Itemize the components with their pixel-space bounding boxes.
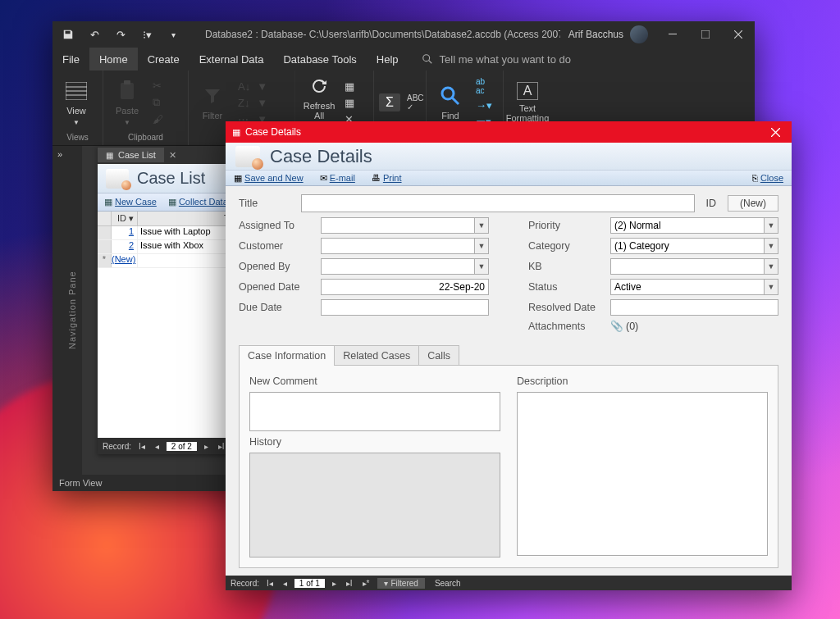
ribbon-view-button[interactable]: View▼ <box>57 80 95 126</box>
nav-next-button[interactable]: ▸ <box>330 579 339 588</box>
chevron-down-icon[interactable]: ▼ <box>474 239 488 253</box>
details-close-button[interactable] <box>759 121 792 143</box>
details-record-navigator: Record: I◂ ◂ 1 of 1 ▸ ▸I ▸* ▾Filtered Se… <box>226 576 792 590</box>
svg-rect-0 <box>669 34 677 34</box>
svg-rect-8 <box>121 83 134 99</box>
case-list-title: Case List <box>137 169 205 188</box>
kb-combo[interactable]: ▼ <box>610 258 778 275</box>
chevron-down-icon[interactable]: ▼ <box>764 280 778 294</box>
status-combo[interactable]: ▼ <box>610 279 778 295</box>
format-painter-icon: 🖌 <box>153 113 163 125</box>
find-icon <box>439 84 462 107</box>
shutter-bar[interactable]: » <box>52 146 67 475</box>
redo-icon[interactable]: ↷ <box>113 27 128 42</box>
tab-close-button[interactable]: ✕ <box>164 150 181 161</box>
ribbon-find-button[interactable]: Find <box>431 84 469 121</box>
print-link[interactable]: Print <box>383 173 402 183</box>
chevron-down-icon[interactable]: ▼ <box>474 259 488 274</box>
goto-icon[interactable]: →▾ <box>476 99 492 112</box>
menu-database-tools[interactable]: Database Tools <box>273 48 366 71</box>
new-record-icon[interactable]: ▦ <box>345 80 354 93</box>
replace-icon[interactable]: abac <box>476 77 492 95</box>
new-comment-field[interactable] <box>249 392 500 431</box>
label-attachments: Attachments <box>528 321 610 332</box>
svg-point-10 <box>442 88 454 99</box>
svg-rect-1 <box>701 30 710 39</box>
ribbon-group-clipboard: Clipboard <box>108 131 183 143</box>
description-field[interactable] <box>517 392 768 556</box>
email-link[interactable]: E-mail <box>330 173 355 183</box>
tab-calls[interactable]: Calls <box>418 345 459 366</box>
new-case-link[interactable]: New Case <box>115 197 157 207</box>
svg-line-11 <box>452 98 459 104</box>
chevron-down-icon[interactable]: ▼ <box>764 259 778 274</box>
opened-by-combo[interactable]: ▼ <box>321 258 489 275</box>
menu-file[interactable]: File <box>52 48 89 71</box>
person-clipboard-icon <box>106 169 129 189</box>
svg-point-2 <box>422 55 429 61</box>
record-position[interactable]: 1 of 1 <box>294 579 325 588</box>
save-and-new-link[interactable]: Save and New <box>244 173 304 183</box>
customer-combo[interactable]: ▼ <box>321 238 489 254</box>
menu-home[interactable]: Home <box>89 48 138 71</box>
nav-first-button[interactable]: I◂ <box>264 579 276 588</box>
due-date-field[interactable] <box>321 299 489 316</box>
opened-date-field[interactable] <box>321 279 489 295</box>
save-record-icon[interactable]: ▦ <box>345 97 354 109</box>
tab-body: New Comment History Description <box>239 365 778 568</box>
qat-customize-icon[interactable]: ⁝▾ <box>139 27 154 42</box>
label-title: Title <box>239 198 294 209</box>
paste-icon <box>116 80 139 102</box>
account-area[interactable]: Arif Bacchus <box>560 25 656 43</box>
label-kb: KB <box>528 261 610 272</box>
attachments-control[interactable]: 📎(0) <box>610 320 778 332</box>
account-name: Arif Bacchus <box>568 29 623 40</box>
nav-next-button[interactable]: ▸ <box>202 442 211 451</box>
collect-data-link[interactable]: Collect Data <box>179 197 228 207</box>
tab-case-information[interactable]: Case Information <box>239 345 335 366</box>
close-form-link[interactable]: Close <box>760 173 783 183</box>
nav-prev-button[interactable]: ◂ <box>281 579 290 588</box>
qat-more-icon[interactable]: ▾ <box>166 27 180 42</box>
col-id[interactable]: ID ▾ <box>112 212 138 225</box>
navigation-pane[interactable]: Navigation Pane <box>67 146 82 475</box>
save-icon[interactable] <box>61 27 75 42</box>
menu-help[interactable]: Help <box>367 48 409 71</box>
tab-case-list[interactable]: ▦ Case List <box>98 148 164 162</box>
ribbon-text-formatting-button[interactable]: A Text Formatting <box>509 82 546 123</box>
category-combo[interactable]: ▼ <box>610 238 778 254</box>
search-box-label[interactable]: Search <box>430 579 461 588</box>
nav-last-button[interactable]: ▸I <box>344 579 355 588</box>
chevron-down-icon[interactable]: ▼ <box>764 239 778 253</box>
menu-external-data[interactable]: External Data <box>189 48 274 71</box>
spelling-icon[interactable]: ABC✓ <box>407 93 424 112</box>
priority-combo[interactable]: ▼ <box>610 217 778 234</box>
label-status: Status <box>528 281 610 293</box>
label-customer: Customer <box>239 240 321 252</box>
case-details-window: ▦ Case Details Case Details ▦ Save and N… <box>226 121 792 590</box>
tell-me-search[interactable]: Tell me what you want to do <box>409 48 571 71</box>
chevron-down-icon[interactable]: ▼ <box>764 218 778 233</box>
minimize-button[interactable] <box>656 21 689 48</box>
tab-related-cases[interactable]: Related Cases <box>334 345 419 366</box>
nav-prev-button[interactable]: ◂ <box>153 442 162 451</box>
ribbon-filter-button: Filter <box>194 84 231 121</box>
undo-icon[interactable]: ↶ <box>87 27 102 42</box>
nav-first-button[interactable]: I◂ <box>136 442 148 451</box>
form-icon: ▦ <box>106 151 113 160</box>
ribbon-totals-button[interactable]: Σ <box>379 93 400 112</box>
copy-icon: ⧉ <box>153 96 163 109</box>
label-new-comment: New Comment <box>249 375 500 387</box>
title-field[interactable] <box>301 194 695 212</box>
history-field <box>249 453 500 558</box>
filtered-indicator[interactable]: ▾Filtered <box>377 578 425 589</box>
nav-new-button[interactable]: ▸* <box>360 579 372 588</box>
menu-create[interactable]: Create <box>138 48 189 71</box>
close-button[interactable] <box>722 21 755 48</box>
details-form: Title ID (New) Assigned To ▼ Customer ▼ … <box>226 186 792 337</box>
assigned-to-combo[interactable]: ▼ <box>321 217 489 234</box>
record-position[interactable]: 2 of 2 <box>167 442 197 451</box>
maximize-button[interactable] <box>689 21 722 48</box>
resolved-date-field[interactable] <box>610 299 778 316</box>
chevron-down-icon[interactable]: ▼ <box>474 218 488 233</box>
